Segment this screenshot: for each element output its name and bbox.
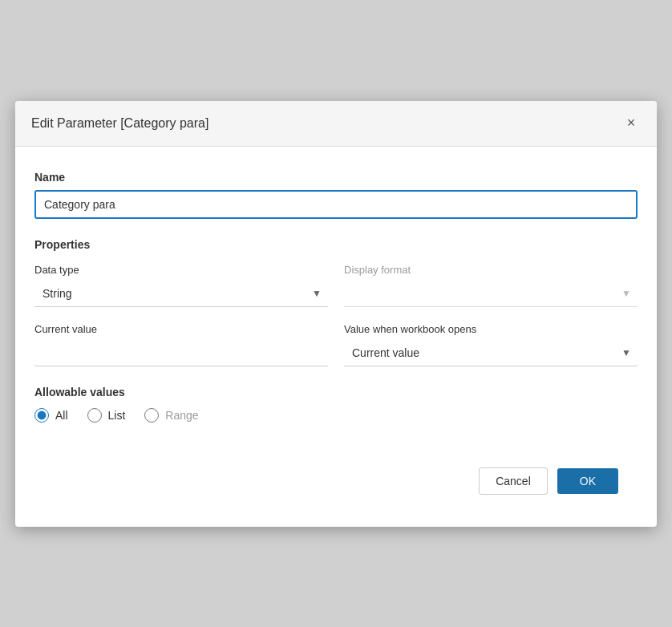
value-when-opens-select[interactable]: Current value Prompt user	[344, 340, 638, 366]
radio-all-item[interactable]: All	[34, 408, 68, 423]
display-format-label: Display format	[344, 264, 638, 276]
radio-list-item[interactable]: List	[87, 408, 126, 423]
current-value-input[interactable]	[34, 340, 328, 366]
value-when-opens-label: Value when workbook opens	[344, 323, 638, 335]
name-field-group: Name	[34, 171, 638, 219]
allowable-values-section: Allowable values All List Range	[34, 386, 638, 423]
name-label: Name	[34, 171, 638, 184]
current-value-label: Current value	[34, 323, 328, 335]
allowable-values-radio-group: All List Range	[34, 408, 638, 423]
data-type-select-wrapper: String Integer Float Boolean Date Date &…	[34, 281, 328, 307]
current-value-field: Current value	[34, 323, 328, 366]
data-type-label: Data type	[34, 264, 328, 276]
dialog-body: Name Properties Data type String Integer…	[15, 147, 657, 527]
display-format-field: Display format ▼	[344, 264, 638, 307]
radio-list-input[interactable]	[87, 408, 102, 423]
display-format-select[interactable]	[344, 281, 638, 307]
radio-list-label: List	[108, 409, 126, 422]
ok-button[interactable]: OK	[557, 468, 618, 494]
name-input[interactable]	[34, 190, 638, 219]
properties-heading: Properties	[34, 238, 638, 251]
radio-all-input[interactable]	[34, 408, 49, 423]
data-type-field: Data type String Integer Float Boolean D…	[34, 264, 328, 307]
allowable-values-label: Allowable values	[34, 386, 638, 398]
radio-range-item[interactable]: Range	[144, 408, 198, 423]
data-type-select[interactable]: String Integer Float Boolean Date Date &…	[34, 281, 328, 307]
properties-grid: Data type String Integer Float Boolean D…	[34, 264, 638, 366]
value-when-opens-select-wrapper: Current value Prompt user ▼	[344, 340, 638, 366]
value-when-opens-field: Value when workbook opens Current value …	[344, 323, 638, 366]
radio-range-label: Range	[165, 409, 198, 422]
dialog-title: Edit Parameter [Category para]	[31, 116, 208, 131]
display-format-select-wrapper: ▼	[344, 281, 638, 307]
dialog-footer: Cancel OK	[34, 455, 638, 508]
radio-range-input[interactable]	[144, 408, 159, 423]
dialog-overlay: Edit Parameter [Category para] × Name Pr…	[0, 0, 672, 627]
radio-all-label: All	[55, 409, 68, 422]
dialog: Edit Parameter [Category para] × Name Pr…	[15, 101, 657, 527]
close-button[interactable]: ×	[621, 114, 641, 133]
dialog-header: Edit Parameter [Category para] ×	[15, 101, 657, 147]
cancel-button[interactable]: Cancel	[479, 467, 548, 495]
